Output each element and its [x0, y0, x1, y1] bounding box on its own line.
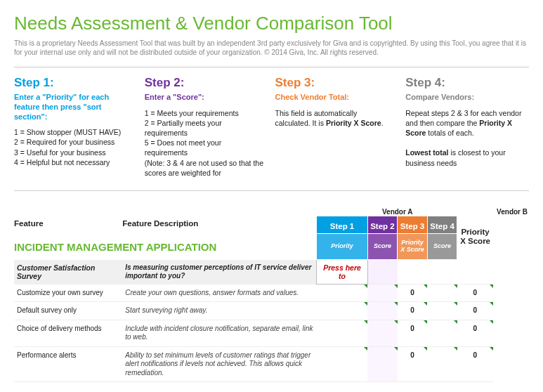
feature-desc: Ability to set minimum levels of custome… — [122, 346, 317, 382]
step-4-title: Step 4: — [405, 76, 525, 90]
score-a-cell[interactable] — [367, 320, 398, 346]
feature-name: Default survey only — [14, 302, 122, 320]
header-desc: Feature Description — [122, 216, 317, 234]
step-3-body: This field is automatically calculated. … — [275, 108, 395, 128]
feature-name: Choice of delivery methods — [14, 320, 122, 346]
step-2-title: Step 2: — [145, 76, 264, 90]
header-step2: Step 2 — [367, 216, 398, 234]
step-3-sub: Check Vendor Total: — [275, 93, 395, 103]
step-3-title: Step 3: — [275, 76, 395, 90]
press-here-button[interactable]: Press here to — [317, 260, 367, 285]
subhead-pxs: Priority X Score — [398, 234, 428, 260]
priority-cell[interactable] — [317, 285, 367, 302]
score-b-cell[interactable] — [427, 285, 457, 302]
group-row: Customer Satisfaction Survey Is measurin… — [14, 260, 529, 285]
step-2-body: 1 = Meets your requirements 2 = Partiall… — [145, 108, 264, 178]
score-b-cell[interactable] — [427, 302, 457, 320]
step-2-sub: Enter a "Score": — [145, 93, 264, 103]
section-row: INCIDENT MANAGEMENT APPLICATION Priority… — [14, 234, 529, 260]
pxs-b-cell: 0 — [457, 320, 493, 346]
score-a-cell[interactable] — [367, 285, 398, 302]
priority-cell[interactable] — [317, 346, 367, 382]
score-a-cell[interactable] — [367, 346, 398, 382]
step-1-sub: Enter a "Priority" for each feature then… — [14, 93, 133, 122]
group-desc: Is measuring customer perceptions of IT … — [122, 260, 317, 285]
score-b-cell[interactable] — [427, 346, 457, 382]
pxs-b-cell: 0 — [457, 285, 493, 302]
pxs-a-cell: 0 — [398, 346, 428, 382]
step-2: Step 2: Enter a "Score": 1 = Meets your … — [145, 76, 268, 178]
step-4-sub: Compare Vendors: — [405, 93, 525, 103]
subhead-score-a: Score — [367, 234, 398, 260]
table-row: Performance alertsAbility to set minimum… — [14, 346, 529, 382]
step-4-body: Repeat steps 2 & 3 for each vendor and t… — [405, 108, 525, 168]
feature-name: Customize your own survey — [14, 285, 122, 302]
priority-cell[interactable] — [317, 302, 367, 320]
group-name: Customer Satisfaction Survey — [14, 260, 122, 285]
section-title: INCIDENT MANAGEMENT APPLICATION — [14, 234, 317, 260]
table-row: Customize your own surveyCreate your own… — [14, 285, 529, 302]
pxs-a-cell: 0 — [398, 302, 428, 320]
header-step3: Step 3 — [398, 216, 428, 234]
header-step1: Step 1 — [317, 216, 367, 234]
score-a-cell[interactable] — [367, 302, 398, 320]
table-row: Default survey onlyStart surveying right… — [14, 302, 529, 320]
comparison-table: Vendor A Vendor B Feature Feature Descri… — [14, 208, 529, 382]
pxs-a-cell: 0 — [398, 320, 428, 346]
table-row: Choice of delivery methodsInclude with i… — [14, 320, 529, 346]
feature-name: Performance alerts — [14, 346, 122, 382]
vendor-b-label: Vendor B — [457, 208, 529, 216]
pxs-b-cell: 0 — [457, 302, 493, 320]
header-step4: Step 4 — [427, 216, 457, 234]
feature-desc: Create your own questions, answer format… — [122, 285, 317, 302]
priority-cell[interactable] — [317, 320, 367, 346]
header-priority-x-score-b: Priority X Score — [457, 216, 493, 260]
column-header-row: Feature Feature Description Step 1 Step … — [14, 216, 529, 234]
step-1-title: Step 1: — [14, 76, 133, 90]
subhead-score-b: Score — [427, 234, 457, 260]
score-b-cell[interactable] — [427, 320, 457, 346]
step-3: Step 3: Check Vendor Total: This field i… — [275, 76, 399, 178]
steps-panel: Step 1: Enter a "Priority" for each feat… — [14, 67, 529, 191]
step-1-body: 1 = Show stopper (MUST HAVE) 2 = Require… — [14, 127, 133, 167]
subhead-priority: Priority — [317, 234, 367, 260]
step-4: Step 4: Compare Vendors: Repeat steps 2 … — [405, 76, 529, 178]
header-feature: Feature — [14, 216, 122, 234]
step-1: Step 1: Enter a "Priority" for each feat… — [14, 76, 138, 178]
vendor-a-label: Vendor A — [367, 208, 427, 216]
pxs-b-cell: 0 — [457, 346, 493, 382]
feature-desc: Start surveying right away. — [122, 302, 317, 320]
disclaimer-text: This is a proprietary Needs Assessment T… — [14, 39, 529, 57]
vendor-header-row: Vendor A Vendor B — [14, 208, 529, 216]
page-title: Needs Assessment & Vendor Comparison Too… — [14, 13, 529, 34]
pxs-a-cell: 0 — [398, 285, 428, 302]
feature-desc: Include with incident closure notificati… — [122, 320, 317, 346]
